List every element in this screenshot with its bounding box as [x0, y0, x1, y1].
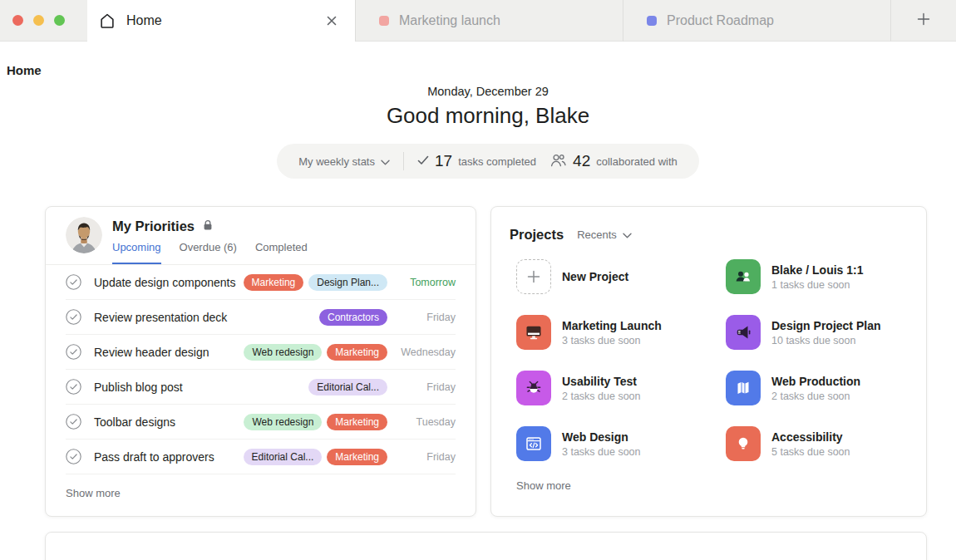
- project-item[interactable]: Accessibility5 tasks due soon: [726, 426, 906, 461]
- show-more-link[interactable]: Show more: [46, 474, 476, 512]
- my-priorities-widget: My Priorities UpcomingOverdue (6)Complet…: [45, 206, 476, 517]
- project-subtitle: 5 tasks due soon: [771, 446, 850, 458]
- new-tab-button[interactable]: [890, 0, 956, 42]
- project-item[interactable]: Web Design3 tasks due soon: [516, 426, 717, 461]
- task-title: Update design components: [94, 276, 235, 289]
- task-tag[interactable]: Editorial Cal...: [308, 379, 387, 395]
- task-tag[interactable]: Design Plan...: [308, 274, 387, 291]
- task-row[interactable]: Review presentation deckContractorsFrida…: [66, 300, 456, 335]
- task-tag[interactable]: Editorial Cal...: [244, 449, 323, 465]
- monitor-icon: [516, 315, 551, 350]
- home-page: Home Monday, December 29 Good morning, B…: [0, 63, 956, 560]
- project-subtitle: 10 tasks due soon: [771, 335, 880, 346]
- people-icon: [726, 259, 761, 294]
- greeting-heading: Good morning, Blake: [10, 103, 956, 129]
- task-check-icon[interactable]: [66, 414, 81, 430]
- project-item[interactable]: Usability Test2 tasks due soon: [516, 371, 717, 405]
- check-icon: [417, 155, 429, 168]
- project-subtitle: 3 tasks due soon: [562, 335, 662, 346]
- bug-icon: [516, 371, 551, 405]
- project-name: Design Project Plan: [771, 319, 880, 332]
- task-tag[interactable]: Marketing: [327, 414, 387, 430]
- bottom-widget: [45, 532, 927, 560]
- project-item[interactable]: Marketing Launch3 tasks due soon: [516, 315, 717, 350]
- tab-product-roadmap[interactable]: Product Roadmap: [623, 0, 890, 42]
- task-title: Review header design: [94, 346, 209, 359]
- date-heading: Monday, December 29: [10, 85, 956, 98]
- project-name: Blake / Louis 1:1: [771, 263, 863, 277]
- task-row[interactable]: Toolbar designsWeb redesignMarketingTues…: [66, 405, 456, 440]
- zoom-window-button[interactable]: [54, 15, 65, 26]
- window-controls: [0, 0, 87, 42]
- task-check-icon[interactable]: [66, 379, 81, 395]
- task-meta: Web redesignMarketingWednesday: [244, 344, 456, 361]
- task-tag[interactable]: Marketing: [327, 344, 387, 361]
- lock-icon: [203, 219, 213, 234]
- task-check-icon[interactable]: [66, 309, 81, 325]
- close-tab-icon[interactable]: [325, 14, 338, 27]
- task-row[interactable]: Pass draft to approversEditorial Cal...M…: [66, 440, 456, 474]
- map-icon: [726, 371, 761, 405]
- project-item[interactable]: Web Production2 tasks due soon: [726, 371, 906, 405]
- task-meta: Editorial Cal...Friday: [308, 379, 456, 395]
- task-due-date: Tuesday: [396, 416, 456, 428]
- plus-icon: [516, 259, 551, 294]
- new-project-button[interactable]: New Project: [516, 259, 717, 294]
- divider: [403, 152, 404, 170]
- project-subtitle: 2 tasks due soon: [771, 391, 860, 402]
- close-window-button[interactable]: [12, 15, 23, 26]
- weekly-stats-dropdown[interactable]: My weekly stats: [298, 155, 390, 168]
- tasks-completed-stat: 17 tasks completed: [417, 152, 536, 170]
- collaborators-label: collaborated with: [596, 155, 678, 168]
- task-due-date: Friday: [396, 312, 456, 323]
- project-name: Accessibility: [771, 430, 850, 444]
- priorities-tab-upcoming[interactable]: Upcoming: [112, 241, 161, 264]
- project-name: Web Production: [771, 375, 860, 388]
- recents-dropdown[interactable]: Recents: [577, 228, 632, 241]
- weekly-stats-bar: My weekly stats 17 tasks completed 42 co…: [277, 144, 699, 179]
- task-row[interactable]: Publish blog postEditorial Cal...Friday: [66, 370, 456, 405]
- task-due-date: Wednesday: [396, 346, 456, 358]
- task-due-date: Tomorrow: [396, 277, 456, 288]
- project-item[interactable]: Blake / Louis 1:11 tasks due soon: [726, 259, 906, 294]
- task-tag[interactable]: Contractors: [319, 309, 387, 326]
- task-due-date: Friday: [396, 451, 456, 463]
- task-tag[interactable]: Web redesign: [244, 344, 322, 361]
- collaborators-stat: 42 collaborated with: [549, 152, 678, 170]
- megaphone-icon: [726, 315, 761, 350]
- browser-tab-bar: Home Marketing launch Product Roadmap: [0, 0, 956, 42]
- task-check-icon[interactable]: [66, 449, 81, 464]
- task-meta: Web redesignMarketingTuesday: [244, 414, 456, 430]
- widget-title: My Priorities: [112, 219, 195, 234]
- people-icon: [549, 154, 567, 169]
- avatar[interactable]: [66, 217, 102, 253]
- task-meta: Editorial Cal...MarketingFriday: [244, 449, 456, 465]
- weekly-stats-label: My weekly stats: [298, 155, 375, 168]
- task-check-icon[interactable]: [66, 344, 81, 360]
- chevron-down-icon: [381, 155, 390, 168]
- minimize-window-button[interactable]: [33, 15, 44, 26]
- project-subtitle: 1 tasks due soon: [771, 279, 863, 291]
- priorities-tab-completed[interactable]: Completed: [255, 241, 308, 264]
- task-row[interactable]: Review header designWeb redesignMarketin…: [66, 335, 456, 370]
- greeting-block: Monday, December 29 Good morning, Blake …: [10, 85, 956, 179]
- task-meta: MarketingDesign Plan...Tomorrow: [244, 274, 456, 291]
- tab-home[interactable]: Home: [87, 0, 355, 42]
- task-tag[interactable]: Marketing: [327, 449, 387, 465]
- project-name: Marketing Launch: [562, 319, 662, 332]
- projects-grid: New ProjectBlake / Louis 1:11 tasks due …: [516, 259, 906, 461]
- tab-marketing-launch[interactable]: Marketing launch: [355, 0, 623, 42]
- lightbulb-icon: [726, 426, 761, 461]
- task-check-icon[interactable]: [66, 274, 81, 290]
- task-tag[interactable]: Web redesign: [244, 414, 322, 430]
- show-more-link[interactable]: Show more: [516, 479, 906, 492]
- task-tag[interactable]: Marketing: [244, 274, 304, 291]
- tab-label: Product Roadmap: [667, 13, 774, 28]
- project-item[interactable]: Design Project Plan10 tasks due soon: [726, 315, 906, 350]
- task-title: Publish blog post: [94, 381, 183, 394]
- widget-title: Projects: [510, 227, 564, 243]
- chevron-down-icon: [623, 228, 632, 241]
- task-title: Pass draft to approvers: [94, 450, 214, 464]
- priorities-tab-overdue-6[interactable]: Overdue (6): [180, 241, 237, 264]
- task-row[interactable]: Update design componentsMarketingDesign …: [66, 265, 456, 300]
